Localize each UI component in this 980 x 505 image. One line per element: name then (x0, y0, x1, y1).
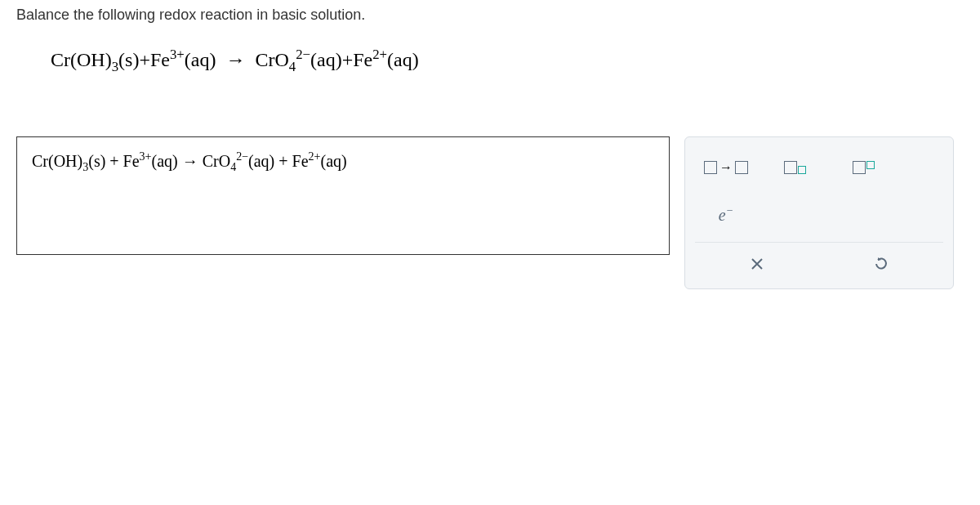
close-icon (750, 257, 764, 271)
undo-icon (873, 256, 889, 272)
answer-equation: Cr(OH)3(s) + Fe3+(aq) → CrO42−(aq) + Fe2… (32, 150, 654, 174)
answer-input-box[interactable]: Cr(OH)3(s) + Fe3+(aq) → CrO42−(aq) + Fe2… (16, 136, 670, 255)
superscript-button[interactable] (840, 151, 886, 184)
tool-panel: → e− (684, 136, 954, 289)
question-prompt: Balance the following redox reaction in … (16, 7, 964, 24)
yields-arrow-button[interactable]: → (703, 151, 749, 184)
reset-button[interactable] (865, 249, 898, 279)
equation-display: Cr(OH)3(s)+Fe3+(aq) → CrO42−(aq)+Fe2+(aq… (51, 47, 964, 75)
electron-button[interactable]: e− (703, 199, 749, 231)
subscript-button[interactable] (772, 151, 817, 184)
clear-button[interactable] (741, 249, 773, 279)
